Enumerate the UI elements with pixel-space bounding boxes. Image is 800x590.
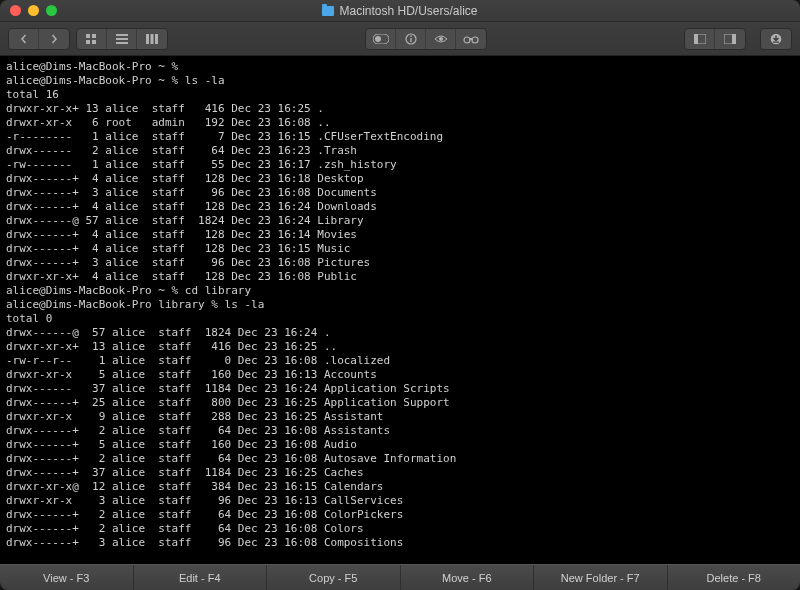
svg-rect-9 [155, 34, 158, 44]
toggle-button[interactable] [366, 29, 396, 49]
svg-rect-0 [86, 34, 90, 38]
window-title-area: Macintosh HD/Users/alice [0, 4, 800, 18]
view-mode-group [76, 28, 168, 50]
terminal-line: alice@Dims-MacBook-Pro ~ % [6, 60, 794, 74]
svg-rect-3 [92, 40, 96, 44]
panel-left-icon[interactable] [685, 29, 715, 49]
terminal-line: total 0 [6, 312, 794, 326]
terminal-line: drwx------@ 57 alice staff 1824 Dec 23 1… [6, 214, 794, 228]
terminal-line: drwxr-xr-x+ 13 alice staff 416 Dec 23 16… [6, 102, 794, 116]
terminal-line: drwx------+ 2 alice staff 64 Dec 23 16:0… [6, 522, 794, 536]
titlebar: Macintosh HD/Users/alice [0, 0, 800, 22]
download-group [760, 28, 792, 50]
preview-icon[interactable] [426, 29, 456, 49]
back-button[interactable] [9, 29, 39, 49]
terminal-line: alice@Dims-MacBook-Pro ~ % cd library [6, 284, 794, 298]
svg-rect-5 [116, 38, 128, 40]
terminal-line: drwxr-xr-x 6 root admin 192 Dec 23 16:08… [6, 116, 794, 130]
terminal-line: drwx------+ 4 alice staff 128 Dec 23 16:… [6, 172, 794, 186]
terminal-line: drwx------@ 57 alice staff 1824 Dec 23 1… [6, 326, 794, 340]
svg-rect-4 [116, 34, 128, 36]
terminal-line: drwxr-xr-x 9 alice staff 288 Dec 23 16:2… [6, 410, 794, 424]
svg-point-11 [375, 36, 381, 42]
svg-point-15 [439, 37, 443, 41]
terminal-line: drwxr-xr-x@ 12 alice staff 384 Dec 23 16… [6, 480, 794, 494]
copy-button[interactable]: Copy - F5 [267, 565, 401, 590]
terminal-line: drwx------+ 4 alice staff 128 Dec 23 16:… [6, 242, 794, 256]
svg-rect-18 [469, 38, 473, 40]
terminal-line: drwx------+ 3 alice staff 96 Dec 23 16:0… [6, 536, 794, 550]
terminal-line: drwx------+ 4 alice staff 128 Dec 23 16:… [6, 200, 794, 214]
terminal-line: -rw-r--r-- 1 alice staff 0 Dec 23 16:08 … [6, 354, 794, 368]
window-title: Macintosh HD/Users/alice [339, 4, 477, 18]
app-window: Macintosh HD/Users/alice [0, 0, 800, 590]
center-group [365, 28, 487, 50]
close-icon[interactable] [10, 5, 21, 16]
new-folder-button[interactable]: New Folder - F7 [534, 565, 668, 590]
terminal-line: drwx------+ 2 alice staff 64 Dec 23 16:0… [6, 452, 794, 466]
terminal-line: drwx------+ 37 alice staff 1184 Dec 23 1… [6, 466, 794, 480]
terminal-line: alice@Dims-MacBook-Pro library % ls -la [6, 298, 794, 312]
terminal-line: drwx------ 37 alice staff 1184 Dec 23 16… [6, 382, 794, 396]
maximize-icon[interactable] [46, 5, 57, 16]
bottom-toolbar: View - F3 Edit - F4 Copy - F5 Move - F6 … [0, 564, 800, 590]
terminal-line: drwxr-xr-x+ 4 alice staff 128 Dec 23 16:… [6, 270, 794, 284]
terminal-line: drwx------+ 4 alice staff 128 Dec 23 16:… [6, 228, 794, 242]
terminal-line: alice@Dims-MacBook-Pro ~ % ls -la [6, 74, 794, 88]
svg-rect-20 [694, 34, 698, 44]
terminal-line: drwx------+ 3 alice staff 96 Dec 23 16:0… [6, 186, 794, 200]
binoculars-icon[interactable] [456, 29, 486, 49]
view-button[interactable]: View - F3 [0, 565, 134, 590]
terminal-line: drwxr-xr-x 3 alice staff 96 Dec 23 16:13… [6, 494, 794, 508]
terminal-line: drwx------+ 5 alice staff 160 Dec 23 16:… [6, 438, 794, 452]
toolbar [0, 22, 800, 56]
forward-button[interactable] [39, 29, 69, 49]
terminal-output[interactable]: alice@Dims-MacBook-Pro ~ %alice@Dims-Mac… [0, 56, 800, 564]
nav-group [8, 28, 70, 50]
terminal-line: -r-------- 1 alice staff 7 Dec 23 16:15 … [6, 130, 794, 144]
svg-rect-13 [410, 38, 411, 42]
folder-icon [322, 6, 334, 16]
download-icon[interactable] [761, 29, 791, 49]
terminal-line: drwxr-xr-x+ 13 alice staff 416 Dec 23 16… [6, 340, 794, 354]
minimize-icon[interactable] [28, 5, 39, 16]
icon-view-button[interactable] [77, 29, 107, 49]
terminal-line: drwx------ 2 alice staff 64 Dec 23 16:23… [6, 144, 794, 158]
delete-button[interactable]: Delete - F8 [668, 565, 801, 590]
svg-rect-8 [151, 34, 154, 44]
list-view-button[interactable] [107, 29, 137, 49]
svg-rect-24 [773, 41, 779, 42]
info-icon[interactable] [396, 29, 426, 49]
svg-rect-7 [146, 34, 149, 44]
terminal-line: drwx------+ 2 alice staff 64 Dec 23 16:0… [6, 508, 794, 522]
svg-rect-1 [92, 34, 96, 38]
svg-rect-6 [116, 42, 128, 44]
terminal-line: drwxr-xr-x 5 alice staff 160 Dec 23 16:1… [6, 368, 794, 382]
terminal-line: total 16 [6, 88, 794, 102]
terminal-line: drwx------+ 25 alice staff 800 Dec 23 16… [6, 396, 794, 410]
column-view-button[interactable] [137, 29, 167, 49]
edit-button[interactable]: Edit - F4 [134, 565, 268, 590]
panel-right-icon[interactable] [715, 29, 745, 49]
svg-rect-2 [86, 40, 90, 44]
traffic-lights [0, 5, 57, 16]
terminal-line: drwx------+ 2 alice staff 64 Dec 23 16:0… [6, 424, 794, 438]
right-group [684, 28, 746, 50]
terminal-line: -rw------- 1 alice staff 55 Dec 23 16:17… [6, 158, 794, 172]
move-button[interactable]: Move - F6 [401, 565, 535, 590]
terminal-line: drwx------+ 3 alice staff 96 Dec 23 16:0… [6, 256, 794, 270]
svg-rect-22 [732, 34, 736, 44]
svg-rect-14 [410, 35, 411, 36]
